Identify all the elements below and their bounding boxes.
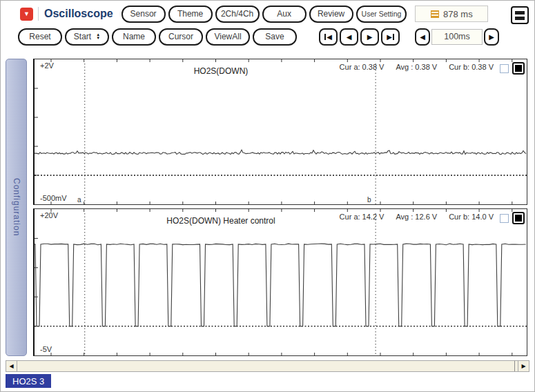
channel-visibility-checkbox[interactable]: [500, 64, 509, 73]
scroll-left-button[interactable]: ◀: [6, 361, 17, 371]
scrollbar-track[interactable]: [17, 361, 518, 371]
theme-button[interactable]: Theme: [168, 6, 213, 23]
skip-first-button[interactable]: ◀: [319, 28, 338, 46]
playback-controls: ◀ ◀ ▶ ▶: [319, 28, 400, 46]
scrollbar-thumb[interactable]: [17, 361, 515, 371]
cursor-a-readout: Cur a: 14.2 V: [340, 213, 385, 221]
topbar: ▼ Oscilloscope Sensor Theme 2Ch/4Ch Aux …: [5, 3, 530, 24]
cursor-b-readout: Cur b: 0.38 V: [449, 63, 494, 71]
horizontal-scrollbar[interactable]: ◀ ▶: [6, 360, 529, 372]
timer-icon: [431, 10, 439, 18]
cursor-b-marker[interactable]: b: [367, 196, 371, 204]
step-forward-icon: ▶: [367, 33, 373, 41]
configuration-panel-handle[interactable]: Configuration: [6, 59, 27, 356]
channel-mode-button[interactable]: 2Ch/4Ch: [215, 6, 260, 23]
trace-color-swatch[interactable]: [512, 212, 525, 224]
waveform-heater[interactable]: [35, 209, 527, 355]
channel-title: HO2S(DOWN) Heater control: [117, 216, 324, 226]
skip-last-icon: [393, 34, 394, 40]
channel-visibility-checkbox[interactable]: [500, 214, 509, 223]
arrow-left-icon: ◀: [420, 33, 425, 41]
channel-title: HO2S(DOWN): [117, 66, 324, 76]
cursor-b-readout: Cur b: 14.0 V: [449, 213, 494, 221]
sensor-button[interactable]: Sensor: [121, 6, 166, 23]
channel-panel-heater: +20V HO2S(DOWN) Heater control Cur a: 14…: [33, 208, 527, 356]
start-button[interactable]: Start ▲▼: [65, 28, 109, 46]
save-button[interactable]: Save: [253, 28, 297, 46]
timescale-increase-button[interactable]: ▶: [484, 28, 499, 46]
step-back-icon: ◀: [347, 33, 352, 41]
timescale-control: ◀ 100ms ▶: [415, 28, 499, 46]
skip-last-button[interactable]: ▶: [381, 28, 400, 46]
y-axis-bottom-label: -500mV: [40, 194, 67, 202]
start-button-label: Start: [74, 32, 91, 41]
skip-first-icon: [324, 34, 326, 40]
elapsed-time-value: 878 ms: [443, 9, 473, 19]
cursor-button[interactable]: Cursor: [159, 28, 203, 46]
trace-color-swatch[interactable]: [512, 62, 525, 75]
page-title: Oscilloscope: [44, 8, 113, 20]
step-back-button[interactable]: ◀: [340, 28, 358, 46]
window-menu-button[interactable]: [511, 6, 529, 24]
scroll-right-button[interactable]: ▶: [518, 361, 529, 371]
channel-panel-ho2s: +2V HO2S(DOWN) Cur a: 0.38 V Avg : 0.38 …: [33, 59, 527, 205]
name-button[interactable]: Name: [112, 28, 156, 46]
toolbar-secondary: Reset Start ▲▼ Name Cursor ViewAll Save …: [18, 27, 530, 46]
review-button[interactable]: Review: [309, 6, 353, 23]
avg-readout: Avg : 0.38 V: [396, 63, 437, 71]
cursor-readouts: Cur a: 14.2 V Avg : 12.6 V Cur b: 14.0 V: [340, 213, 494, 221]
menu-bar-icon: [515, 17, 525, 20]
step-forward-button[interactable]: ▶: [360, 28, 379, 46]
elapsed-time-display: 878 ms: [415, 6, 488, 22]
aux-button[interactable]: Aux: [262, 6, 307, 23]
user-setting-button[interactable]: User Setting: [356, 6, 407, 23]
avg-readout: Avg : 12.6 V: [396, 213, 437, 221]
oscilloscope-window: ▼ Oscilloscope Sensor Theme 2Ch/4Ch Aux …: [0, 0, 535, 392]
chevron-down-icon: ▼: [23, 11, 30, 17]
tab-ho2s-3[interactable]: HO2S 3: [6, 374, 51, 388]
cursor-a-marker[interactable]: a: [77, 196, 81, 204]
y-axis-top-label: +20V: [40, 211, 58, 219]
cursor-a-readout: Cur a: 0.38 V: [340, 63, 385, 71]
cursor-readouts: Cur a: 0.38 V Avg : 0.38 V Cur b: 0.38 V: [340, 63, 494, 71]
configuration-label: Configuration: [12, 178, 21, 236]
spinner-icon: ▲▼: [96, 33, 100, 40]
arrow-right-icon: ▶: [489, 33, 494, 41]
reset-button[interactable]: Reset: [18, 28, 62, 46]
viewall-button[interactable]: ViewAll: [206, 28, 250, 46]
waveform-ho2s[interactable]: [35, 59, 527, 204]
timescale-decrease-button[interactable]: ◀: [415, 28, 430, 46]
divider: [38, 7, 39, 21]
menu-bar-icon: [515, 11, 525, 14]
y-axis-bottom-label: -5V: [40, 345, 52, 353]
timescale-display: 100ms: [431, 29, 483, 45]
app-menu-button[interactable]: ▼: [20, 8, 33, 21]
y-axis-top-label: +2V: [40, 61, 54, 70]
